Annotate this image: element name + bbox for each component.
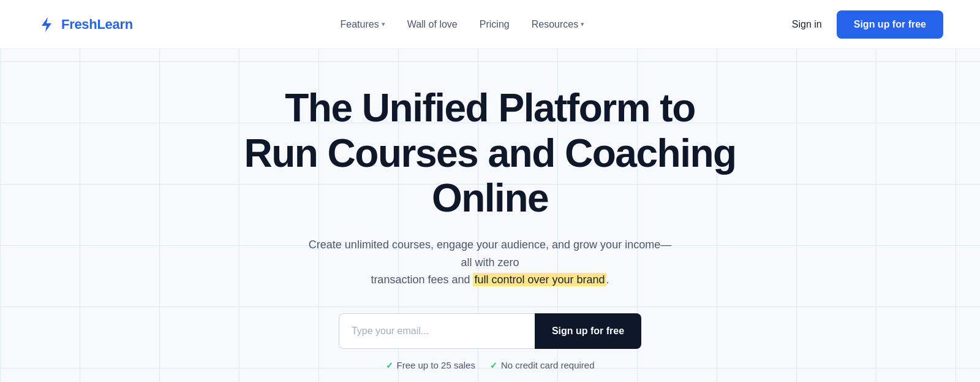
nav-actions: Sign in Sign up for free — [792, 10, 943, 39]
hero-title: The Unified Platform to Run Courses and … — [196, 86, 784, 221]
hero-subtitle: Create unlimited courses, engage your au… — [306, 236, 674, 289]
brand-name: FreshLearn — [61, 17, 133, 32]
badge-no-credit-card: ✓ No credit card required — [490, 360, 595, 370]
email-input[interactable] — [339, 313, 535, 349]
hero-section: The Unified Platform to Run Courses and … — [0, 49, 980, 370]
check-icon-2: ✓ — [490, 361, 497, 370]
brand-name-fresh: Fresh — [61, 17, 97, 32]
logo-icon — [37, 15, 56, 34]
brand-name-learn: Learn — [97, 17, 132, 32]
nav-pricing[interactable]: Pricing — [480, 19, 510, 30]
navbar: FreshLearn Features ▾ Wall of love Prici… — [0, 0, 980, 49]
features-chevron-icon: ▾ — [382, 20, 385, 28]
badge-free-sales: ✓ Free up to 25 sales — [386, 360, 475, 370]
nav-signup-button[interactable]: Sign up for free — [837, 10, 943, 39]
nav-wall-of-love[interactable]: Wall of love — [407, 19, 458, 30]
badges: ✓ Free up to 25 sales ✓ No credit card r… — [386, 360, 595, 370]
check-icon-1: ✓ — [386, 361, 393, 370]
nav-resources[interactable]: Resources ▾ — [532, 19, 584, 30]
cta-signup-button[interactable]: Sign up for free — [535, 313, 641, 349]
hero-highlight-text: full control over your brand — [473, 273, 606, 286]
cta-form: Sign up for free — [339, 313, 641, 349]
resources-chevron-icon: ▾ — [581, 20, 584, 28]
logo-area: FreshLearn — [37, 15, 133, 34]
nav-links: Features ▾ Wall of love Pricing Resource… — [341, 19, 585, 30]
sign-in-button[interactable]: Sign in — [792, 19, 822, 30]
nav-features[interactable]: Features ▾ — [341, 19, 385, 30]
